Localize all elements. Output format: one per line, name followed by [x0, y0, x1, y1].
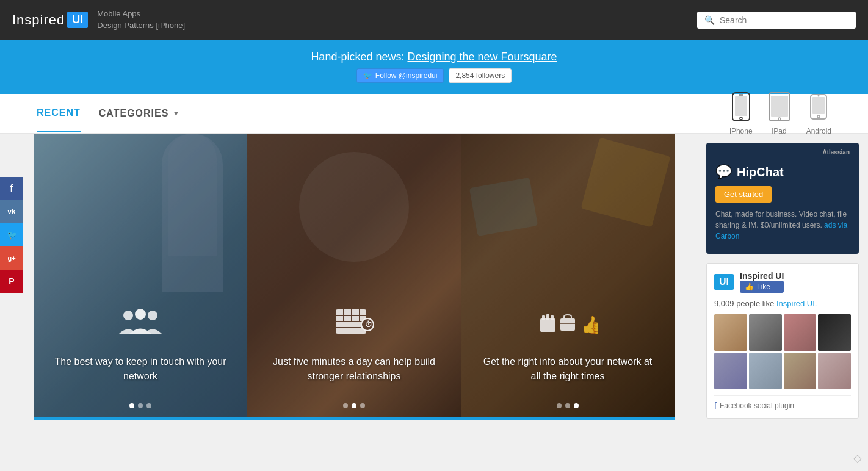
- subtitle-line1: Mobile Apps: [97, 9, 185, 20]
- svg-rect-27: [560, 318, 575, 331]
- news-banner: Hand-picked news: Designing the new Four…: [0, 40, 868, 94]
- googleplus-icon: g+: [7, 254, 15, 262]
- svg-text:👍: 👍: [581, 315, 598, 335]
- logo[interactable]: Inspired UI: [12, 12, 88, 28]
- chevron-down-icon: ▼: [172, 109, 180, 118]
- card-1-dots: [129, 403, 151, 408]
- vk-icon: vk: [7, 207, 15, 216]
- search-icon: 🔍: [704, 15, 715, 25]
- device-android[interactable]: Android: [806, 92, 831, 135]
- card-1[interactable]: The best way to keep in touch with your …: [34, 134, 247, 420]
- banner-link[interactable]: Designing the new Foursquare: [407, 51, 557, 63]
- svg-point-2: [740, 117, 742, 120]
- fb-like-label: Like: [757, 282, 770, 291]
- nav-categories[interactable]: CATEGORIES ▼: [99, 96, 181, 131]
- card-1-bottom-bar: [34, 417, 247, 420]
- facebook-widget: UI Inspired UI 👍 Like 9,009 people like …: [706, 263, 859, 419]
- fb-avatars-grid: [714, 314, 851, 389]
- fb-brand-name: Inspired UI: [740, 271, 784, 281]
- categories-label: CATEGORIES: [99, 108, 169, 119]
- svg-rect-1: [735, 96, 747, 116]
- followers-badge: 2,854 followers: [449, 68, 512, 83]
- svg-rect-5: [771, 96, 788, 117]
- banner-title: Hand-picked news: Designing the new Four…: [12, 51, 856, 63]
- dot-3: [146, 403, 151, 408]
- googleplus-share-button[interactable]: g+: [0, 246, 23, 270]
- avatar-4: [818, 314, 851, 351]
- card-3-text: Get the right info about your network at…: [479, 354, 656, 384]
- svg-rect-24: [542, 315, 545, 320]
- dot-1: [557, 403, 562, 408]
- svg-point-10: [818, 95, 820, 96]
- search-box[interactable]: 🔍: [697, 12, 856, 29]
- dot-3: [360, 403, 365, 408]
- logo-inspired-text: Inspired: [12, 12, 65, 28]
- card-2-dots: [343, 403, 365, 408]
- site-header: Inspired UI Mobile Apps Design Patterns …: [0, 0, 868, 40]
- header-logo-area: Inspired UI Mobile Apps Design Patterns …: [12, 9, 185, 31]
- ipad-icon: [768, 92, 791, 124]
- dot-1: [343, 403, 348, 408]
- device-iphone[interactable]: iPhone: [729, 92, 752, 135]
- fb-followers-count: 9,009 people like Inspired UI.: [714, 299, 851, 308]
- banner-prefix: Hand-picked news:: [311, 51, 407, 63]
- iphone-icon: [731, 92, 751, 124]
- twitter-follow-button[interactable]: 🐦 Follow @inspiredui: [356, 68, 444, 83]
- card-1-text: The best way to keep in touch with your …: [52, 354, 229, 384]
- avatar-5: [714, 353, 747, 389]
- logo-ui-badge: UI: [67, 12, 88, 28]
- twitter-follow-label: Follow @inspiredui: [375, 71, 438, 80]
- pinterest-share-button[interactable]: P: [0, 270, 23, 293]
- device-ipad[interactable]: iPad: [768, 92, 791, 135]
- pinterest-icon: P: [9, 276, 14, 286]
- search-input[interactable]: [720, 15, 848, 25]
- atlassian-label: Atlassian: [823, 149, 850, 156]
- avatar-8: [818, 353, 851, 389]
- dot-2: [352, 403, 356, 408]
- facebook-share-button[interactable]: f: [0, 177, 23, 200]
- android-icon: [809, 92, 828, 124]
- dot-3: [574, 403, 579, 408]
- svg-rect-8: [812, 97, 825, 114]
- card-3[interactable]: 👍 Get the right info about your network …: [461, 134, 675, 420]
- inspired-ui-logo: UI: [714, 274, 734, 290]
- vk-share-button[interactable]: vk: [0, 200, 23, 223]
- get-started-button[interactable]: Get started: [715, 186, 772, 203]
- twitter-share-button[interactable]: 🐦: [0, 223, 23, 246]
- inspired-ui-link[interactable]: Inspired UI.: [776, 299, 817, 308]
- svg-rect-25: [546, 314, 549, 320]
- fb-followers-text: 9,009 people like: [714, 299, 774, 308]
- avatar-2: [749, 314, 782, 351]
- dot-1: [129, 403, 134, 408]
- svg-point-6: [778, 118, 781, 120]
- facebook-like-button[interactable]: 👍 Like: [740, 281, 784, 293]
- device-selector: iPhone iPad Andro: [729, 92, 831, 135]
- content-area: The best way to keep in touch with your …: [0, 134, 868, 428]
- svg-rect-23: [540, 318, 555, 332]
- nav-left: RECENT CATEGORIES ▼: [37, 95, 180, 132]
- card-2-text: Just five minutes a day can help build s…: [266, 354, 443, 384]
- svg-point-9: [817, 115, 820, 118]
- main-wrapper: The best way to keep in touch with your …: [0, 134, 868, 428]
- subtitle-line2: Design Patterns [iPhone]: [97, 20, 185, 31]
- svg-rect-26: [551, 315, 554, 320]
- svg-rect-3: [739, 94, 743, 95]
- avatar-6: [749, 353, 782, 389]
- ad-banner: Atlassian 💬 HipChat Get started Chat, ma…: [706, 143, 859, 254]
- svg-point-11: [123, 311, 133, 320]
- svg-point-12: [135, 309, 146, 320]
- card-2-bottom-bar: [247, 417, 461, 420]
- hipchat-brand-name: HipChat: [737, 165, 784, 179]
- hipchat-chat-icon: 💬: [715, 164, 732, 180]
- banner-social: 🐦 Follow @inspiredui 2,854 followers: [12, 68, 856, 83]
- avatar-3: [784, 314, 817, 351]
- card-2-content: ⏱ Just five minutes a day can help build…: [247, 303, 461, 384]
- nav-recent[interactable]: RECENT: [37, 95, 81, 132]
- facebook-footer-icon: f: [714, 401, 717, 411]
- fb-widget-brand: Inspired UI 👍 Like: [740, 271, 784, 293]
- card-1-icon: [52, 306, 229, 342]
- facebook-thumb-icon: 👍: [745, 282, 754, 291]
- sidebar: Atlassian 💬 HipChat Get started Chat, ma…: [697, 134, 868, 428]
- card-1-content: The best way to keep in touch with your …: [34, 306, 247, 384]
- card-2[interactable]: ⏱ Just five minutes a day can help build…: [247, 134, 461, 420]
